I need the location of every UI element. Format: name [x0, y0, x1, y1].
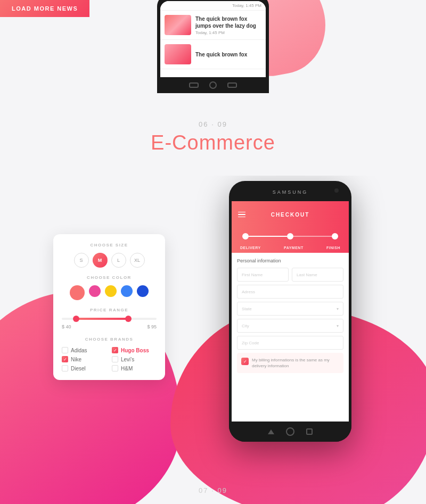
price-thumb-left[interactable]	[73, 316, 79, 322]
brand-name-nike: Nike	[71, 357, 81, 362]
brand-diesel[interactable]: Diesel	[62, 365, 106, 371]
price-range-label: PRICE RANGE	[62, 308, 157, 312]
first-name-input[interactable]: First Name	[237, 268, 289, 282]
news-time: Today, 1:45 PM	[195, 30, 261, 35]
phone-top-partial: Today, 1:45 PM The quick brown fox jumps…	[157, 0, 269, 96]
size-s[interactable]: S	[74, 253, 89, 268]
brand-checkbox-hugoboss[interactable]: ✓	[112, 347, 118, 353]
news-text: The quick brown fox	[195, 51, 261, 58]
zip-placeholder: Zip Code	[242, 341, 259, 345]
section-title: E-Commerce	[151, 131, 275, 154]
color-options	[62, 285, 157, 300]
middle-section: 06 · 09 E-Commerce	[0, 98, 426, 176]
hamburger-line-3	[238, 217, 245, 218]
checkout-header: CHECKOUT	[232, 201, 349, 228]
city-dropdown-arrow: ▾	[337, 324, 339, 328]
news-title-2: The quick brown fox	[195, 51, 261, 58]
price-max: $ 95	[147, 324, 157, 329]
load-more-button[interactable]: LOAD MORE NEWS	[0, 0, 89, 17]
step-dot-finish	[332, 233, 338, 239]
news-thumbnail	[165, 15, 191, 35]
samsung-screen: CHECKOUT DELIVERY PAYMENT FINISH	[232, 201, 349, 422]
news-item: The quick brown fox	[160, 40, 266, 69]
back-nav-icon[interactable]	[268, 429, 274, 434]
step-dot-delivery	[242, 233, 249, 239]
samsung-phone-body: SAMSUNG CHECKOUT	[229, 181, 351, 442]
address-input[interactable]: Adress	[237, 285, 343, 299]
phone-nav-back	[189, 82, 199, 88]
hamburger-icon[interactable]	[238, 212, 245, 218]
phone-notch	[197, 0, 229, 1]
checkout-title: CHECKOUT	[271, 212, 310, 218]
bottom-page-indicator: 07 · 09	[199, 486, 227, 494]
brand-checkbox-adidas[interactable]	[62, 347, 68, 353]
step-line-2	[293, 236, 332, 237]
step-label-payment: PAYMENT	[284, 246, 304, 250]
front-camera	[334, 188, 339, 193]
form-section-title: Personal information	[237, 258, 343, 263]
brand-checkbox-hm[interactable]	[112, 365, 118, 371]
phone-nav-bar	[157, 77, 269, 93]
choose-color-label: CHOOSE COLOR	[62, 275, 157, 280]
checkout-form: Personal information First Name Last Nam…	[232, 253, 349, 378]
hamburger-line-1	[238, 212, 245, 213]
billing-text: My billing informations is the same as m…	[252, 357, 339, 369]
filter-card: CHOOSE SIZE S M L XL CHOOSE COLOR PRICE …	[53, 234, 165, 380]
progress-bar	[232, 228, 349, 245]
step-label-delivery: DELIVERY	[240, 246, 261, 250]
phone-nav-home	[209, 81, 217, 89]
home-nav-icon[interactable]	[286, 427, 294, 436]
choose-brands-label: CHOOSE BRANDS	[62, 337, 157, 342]
hamburger-line-2	[238, 214, 245, 215]
price-range-track[interactable]	[62, 318, 157, 320]
color-blue[interactable]	[121, 285, 133, 297]
color-pink[interactable]	[89, 285, 101, 297]
brand-name-levis: Levi's	[121, 357, 134, 362]
city-input[interactable]: City ▾	[237, 319, 343, 333]
price-min: $ 40	[62, 324, 71, 329]
step-labels: DELIVERY PAYMENT FINISH	[232, 245, 349, 253]
size-xl[interactable]: XL	[130, 253, 145, 268]
billing-checkbox[interactable]: ✓	[241, 358, 249, 365]
phone-nav-recent	[227, 82, 237, 88]
color-yellow[interactable]	[105, 285, 117, 297]
price-range-section: $ 40 $ 95	[62, 318, 157, 329]
choose-size-label: CHOOSE SIZE	[62, 243, 157, 247]
news-text: The quick brown fox jumps over the lazy …	[195, 15, 261, 35]
state-input[interactable]: State ▾	[237, 302, 343, 316]
state-dropdown-arrow: ▾	[337, 307, 339, 311]
billing-checkbox-row[interactable]: ✓ My billing informations is the same as…	[237, 353, 343, 373]
brand-checkbox-levis[interactable]	[112, 356, 118, 362]
notification-time: Today, 1:45 PM	[232, 3, 261, 8]
brand-hm[interactable]: H&M	[112, 365, 157, 371]
brand-name-hm: H&M	[121, 366, 133, 371]
news-title: The quick brown fox jumps over the lazy …	[195, 15, 261, 29]
brand-nike[interactable]: ✓ Nike	[62, 356, 106, 362]
brand-hugoboss[interactable]: ✓ Hugo Boss	[112, 347, 157, 353]
top-section: LOAD MORE NEWS Today, 1:45 PM The quick …	[0, 0, 426, 98]
price-thumb-right[interactable]	[125, 316, 132, 322]
step-dot-payment	[287, 233, 293, 239]
news-item: The quick brown fox jumps over the lazy …	[160, 11, 266, 40]
color-red[interactable]	[70, 285, 85, 300]
step-label-finish: FINISH	[326, 246, 340, 250]
last-name-input[interactable]: Last Name	[292, 268, 343, 282]
brand-checkbox-nike[interactable]: ✓	[62, 356, 68, 362]
brand-grid: Adidas ✓ Hugo Boss ✓ Nike Levi's Diesel …	[62, 347, 157, 371]
recent-nav-icon[interactable]	[306, 428, 313, 435]
step-line-1	[249, 236, 287, 237]
zip-input[interactable]: Zip Code	[237, 336, 343, 350]
samsung-logo: SAMSUNG	[273, 189, 308, 195]
color-dark-blue[interactable]	[137, 285, 149, 297]
brand-adidas[interactable]: Adidas	[62, 347, 106, 353]
size-options: S M L XL	[62, 253, 157, 268]
brand-levis[interactable]: Levi's	[112, 356, 157, 362]
brand-name-hugoboss: Hugo Boss	[121, 348, 149, 353]
brand-name-diesel: Diesel	[71, 366, 86, 371]
name-row: First Name Last Name	[237, 268, 343, 282]
size-l[interactable]: L	[111, 253, 126, 268]
size-m[interactable]: M	[93, 253, 108, 268]
state-placeholder: State	[242, 307, 252, 311]
brand-checkbox-diesel[interactable]	[62, 365, 68, 371]
last-name-placeholder: Last Name	[297, 272, 317, 277]
